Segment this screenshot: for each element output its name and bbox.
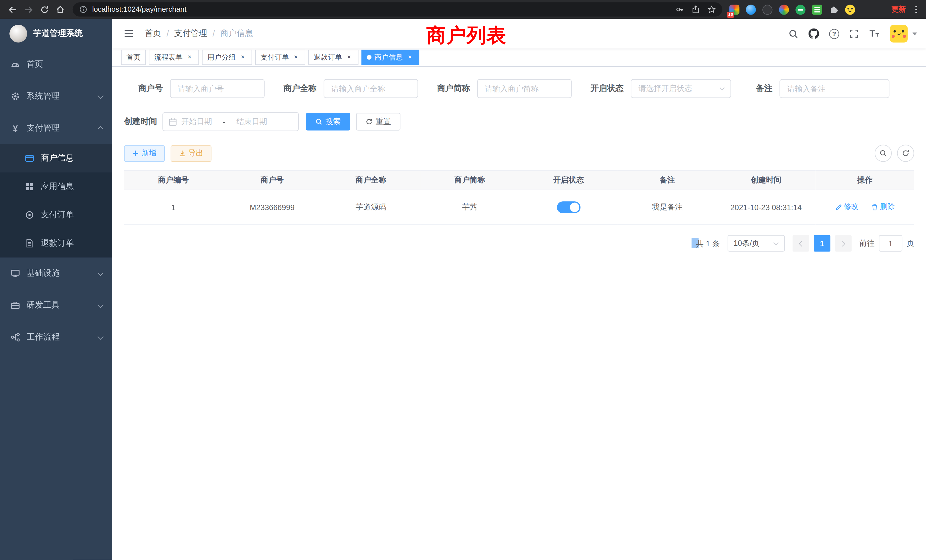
extension-icon-green-square[interactable]: [812, 5, 822, 15]
tab-merchant-info[interactable]: 商户信息 ×: [362, 50, 419, 65]
breadcrumb-item-home[interactable]: 首页: [145, 28, 161, 39]
sidebar-item-workflow[interactable]: 工作流程: [0, 321, 112, 353]
tab-close-icon[interactable]: ×: [292, 53, 300, 61]
help-icon[interactable]: ?: [829, 29, 839, 38]
browser-reload-button[interactable]: [37, 2, 51, 17]
active-tab-dot: [367, 55, 371, 60]
browser-menu-icon[interactable]: [913, 3, 920, 16]
short-name-input[interactable]: [477, 79, 572, 98]
delete-link[interactable]: 删除: [871, 202, 895, 212]
tab-close-icon[interactable]: ×: [345, 53, 353, 61]
yen-icon: ¥: [11, 123, 20, 133]
tab-label: 退款订单: [313, 52, 342, 62]
col-full-name: 商户全称: [322, 171, 420, 190]
remark-input[interactable]: [779, 79, 889, 98]
tab-user-group[interactable]: 用户分组 ×: [202, 50, 252, 65]
browser-forward-button[interactable]: [21, 2, 36, 17]
sidebar-item-payment[interactable]: ¥ 支付管理: [0, 112, 112, 144]
navbar: 首页 / 支付管理 / 商户信息 商户列表 ?: [112, 19, 926, 48]
full-name-input[interactable]: [324, 79, 418, 98]
browser-profile-avatar[interactable]: [845, 5, 855, 15]
tab-close-icon[interactable]: ×: [406, 53, 414, 61]
sidebar-item-system[interactable]: 系统管理: [0, 80, 112, 112]
extension-icon-multicolor[interactable]: [779, 5, 789, 15]
date-start-placeholder[interactable]: 开始日期: [181, 117, 212, 127]
sidebar-item-pay-order[interactable]: 支付订单: [0, 201, 112, 229]
col-remark: 备注: [618, 171, 716, 190]
col-merchant-no: 商户号: [222, 171, 321, 190]
page-size-select[interactable]: 10条/页: [728, 235, 785, 251]
breadcrumb-separator: /: [166, 29, 169, 38]
sidebar-item-app-info[interactable]: 应用信息: [0, 173, 112, 201]
grid-icon: [25, 182, 34, 191]
address-bar[interactable]: localhost:1024/pay/merchant: [73, 2, 722, 17]
browser-back-button[interactable]: [5, 2, 20, 17]
prev-page-button[interactable]: [793, 235, 809, 251]
date-range-picker[interactable]: 开始日期 - 结束日期: [162, 112, 299, 131]
extension-icon-colorful[interactable]: 10: [729, 5, 739, 15]
tab-pay-order[interactable]: 支付订单 ×: [255, 50, 305, 65]
tab-refund-order[interactable]: 退款订单 ×: [308, 50, 359, 65]
tab-close-icon[interactable]: ×: [239, 53, 247, 61]
omnibox-actions: [676, 5, 716, 14]
refresh-table-button[interactable]: [897, 145, 914, 162]
avatar-caret-icon[interactable]: [912, 32, 917, 35]
export-button[interactable]: 导出: [171, 145, 212, 162]
annotation-merchant-list: 商户列表: [427, 23, 507, 49]
password-key-icon[interactable]: [676, 5, 684, 14]
sidebar-item-label: 系统管理: [27, 91, 60, 101]
edit-link[interactable]: 修改: [835, 202, 858, 212]
reset-button[interactable]: 重置: [356, 113, 400, 130]
sidebar-item-dev-tools[interactable]: 研发工具: [0, 289, 112, 321]
font-size-icon[interactable]: [869, 29, 880, 38]
date-end-placeholder[interactable]: 结束日期: [236, 117, 267, 127]
home-icon: [56, 5, 65, 14]
status-select[interactable]: 请选择开启状态: [631, 79, 731, 98]
sidebar-item-infrastructure[interactable]: 基础设施: [0, 257, 112, 289]
share-icon[interactable]: [691, 5, 700, 14]
tab-label: 商户信息: [374, 52, 402, 62]
col-merchant-id: 商户编号: [124, 171, 222, 190]
bookmark-star-icon[interactable]: [708, 5, 716, 14]
hamburger-icon[interactable]: [121, 27, 136, 41]
cell-merchant-id: 1: [124, 190, 222, 225]
breadcrumb-item-payment[interactable]: 支付管理: [174, 28, 207, 39]
fullscreen-icon[interactable]: [849, 29, 859, 38]
add-button[interactable]: 新增: [124, 145, 165, 162]
plus-icon: [132, 150, 139, 157]
search-icon[interactable]: [788, 29, 798, 38]
extension-icon-dark[interactable]: [763, 5, 772, 15]
browser-update-button[interactable]: 更新: [891, 5, 906, 15]
short-name-label: 商户简称: [431, 83, 470, 94]
tab-home[interactable]: 首页: [121, 50, 146, 65]
chevron-down-icon: [97, 302, 103, 307]
status-select-placeholder: 请选择开启状态: [639, 83, 692, 94]
sidebar-item-label: 应用信息: [41, 182, 74, 192]
tab-close-icon[interactable]: ×: [185, 53, 194, 61]
monitor-icon: [11, 269, 20, 278]
goto-page-input[interactable]: [879, 235, 902, 251]
url-text[interactable]: localhost:1024/pay/merchant: [92, 5, 186, 14]
page-1-button[interactable]: 1: [814, 235, 830, 251]
search-button[interactable]: 搜索: [306, 113, 350, 130]
user-avatar[interactable]: [890, 25, 908, 42]
next-page-button[interactable]: [835, 235, 852, 251]
status-toggle[interactable]: [557, 201, 581, 213]
filter-row-1: 商户号 商户全称 商户简称 开启状态 请选择开启状态: [124, 79, 914, 98]
extension-icon-blue[interactable]: [746, 5, 756, 15]
site-info-icon[interactable]: [79, 5, 88, 14]
tab-process-form[interactable]: 流程表单 ×: [149, 50, 199, 65]
browser-home-button[interactable]: [53, 2, 67, 17]
toggle-search-button[interactable]: [875, 145, 892, 162]
extensions-puzzle-icon[interactable]: [829, 5, 838, 15]
circle-dot-icon: [25, 210, 34, 219]
sidebar-item-refund-order[interactable]: 退款订单: [0, 229, 112, 257]
col-actions: 操作: [816, 171, 914, 190]
sidebar-item-home[interactable]: 首页: [0, 48, 112, 80]
sidebar-item-merchant-info[interactable]: 商户信息: [0, 144, 112, 172]
extension-icon-green-circle[interactable]: [796, 5, 805, 15]
breadcrumb-separator: /: [212, 29, 215, 38]
reload-icon: [40, 5, 49, 14]
merchant-no-input[interactable]: [170, 79, 265, 98]
github-icon[interactable]: [808, 28, 819, 39]
